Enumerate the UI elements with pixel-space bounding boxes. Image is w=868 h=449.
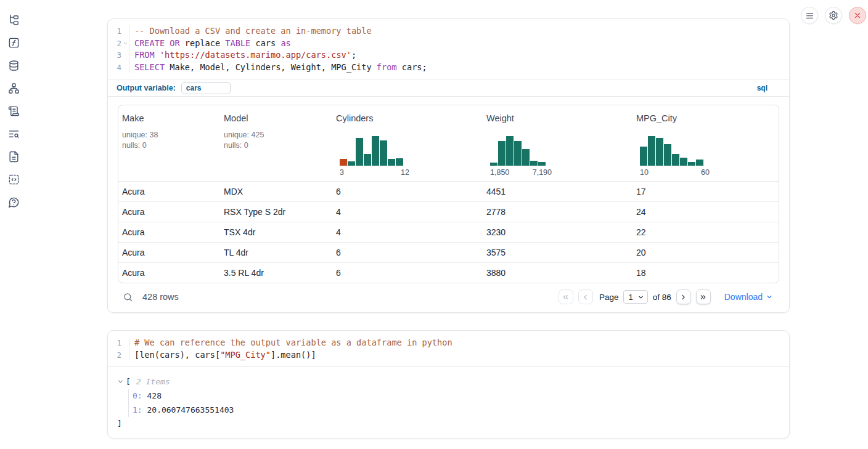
dependency-graph-icon[interactable] — [8, 83, 20, 94]
column-header-make[interactable]: Makeunique: 38nulls: 0 — [118, 113, 220, 181]
open-bracket: [ — [126, 375, 131, 388]
histogram-bar[interactable] — [514, 141, 522, 166]
close-bracket: ] — [117, 417, 789, 430]
helper-panel-sidebar — [0, 0, 27, 449]
next-page-button[interactable] — [676, 289, 691, 304]
histogram-bar[interactable] — [530, 161, 538, 166]
table-body: AcuraMDX6445117AcuraRSX Type S 2dr427782… — [118, 181, 779, 283]
gutter-spacer — [121, 337, 129, 349]
notebook-actions — [801, 7, 866, 24]
histogram-bar[interactable] — [648, 136, 655, 166]
chevron-down-icon — [766, 293, 773, 301]
column-header-mpg_city[interactable]: MPG_City1060 — [633, 113, 779, 181]
logs-icon[interactable] — [8, 128, 20, 140]
code-text: SELECT Make, Model, Cylinders, Weight, M… — [129, 62, 427, 74]
column-name: Weight — [486, 113, 630, 124]
page-select[interactable]: 1 — [623, 290, 647, 304]
data-table: Makeunique: 38nulls: 0Modelunique: 425nu… — [118, 105, 779, 283]
histogram-bar[interactable] — [696, 160, 703, 166]
table-cell: Acura — [118, 187, 220, 196]
column-histogram: 1,8507,190 — [490, 136, 630, 177]
code-text: FROM 'https://datasets.marimo.app/cars.c… — [129, 49, 356, 62]
table-row: AcuraTSX 4dr4323022 — [118, 222, 779, 242]
shutdown-button[interactable] — [849, 7, 866, 24]
search-icon[interactable] — [123, 292, 133, 302]
output-variable-bar: Output variable: sql — [108, 79, 789, 97]
histogram-bar[interactable] — [364, 154, 371, 166]
table-cell: 4 — [332, 207, 483, 217]
table-cell: Acura — [118, 248, 220, 257]
table-cell: 3575 — [483, 248, 633, 257]
code-line[interactable]: 1# We can reference the output variable … — [108, 337, 789, 349]
first-page-button[interactable] — [559, 289, 573, 304]
gutter-spacer — [121, 49, 129, 62]
column-stats: unique: 38nulls: 0 — [122, 130, 218, 150]
items-count-label: 2 Items — [136, 375, 170, 388]
table-cell: 2778 — [483, 207, 633, 217]
previous-page-button[interactable] — [578, 289, 593, 304]
last-page-button[interactable] — [696, 289, 711, 304]
page-total-label: of 86 — [653, 293, 671, 302]
histogram-bar[interactable] — [656, 138, 663, 166]
scratchpad-icon[interactable] — [8, 105, 20, 117]
menu-button[interactable] — [801, 7, 818, 24]
code-line[interactable]: 1-- Download a CSV and create an in-memo… — [108, 25, 789, 38]
histogram-bar[interactable] — [340, 159, 347, 166]
column-header-weight[interactable]: Weight1,8507,190 — [483, 113, 633, 181]
histogram-bar[interactable] — [348, 161, 355, 166]
gutter-spacer — [121, 62, 129, 74]
table-cell: TL 4dr — [220, 248, 332, 257]
python-code-editor[interactable]: 1# We can reference the output variable … — [108, 331, 789, 367]
fold-chevron-icon[interactable] — [121, 38, 129, 50]
histogram-bar[interactable] — [664, 144, 671, 166]
code-line[interactable]: 4SELECT Make, Model, Cylinders, Weight, … — [108, 62, 789, 74]
pagination: Page 1 of 86 — [559, 289, 773, 304]
table-cell: 18 — [633, 268, 779, 278]
histogram-bar[interactable] — [688, 162, 695, 166]
table-cell: Acura — [118, 227, 220, 237]
column-header-model[interactable]: Modelunique: 425nulls: 0 — [220, 113, 332, 181]
table-cell: TSX 4dr — [220, 227, 332, 237]
histogram-bar[interactable] — [372, 136, 379, 166]
variables-icon[interactable] — [8, 37, 20, 49]
help-icon[interactable] — [8, 196, 20, 208]
code-line[interactable]: 2[len(cars), cars["MPG_City"].mean()] — [108, 349, 789, 362]
histogram-bar[interactable] — [498, 141, 506, 166]
table-cell: 24 — [633, 207, 779, 217]
column-header-cylinders[interactable]: Cylinders312 — [332, 113, 483, 181]
download-button[interactable]: Download — [724, 292, 773, 302]
settings-button[interactable] — [825, 7, 842, 24]
code-line[interactable]: 3FROM 'https://datasets.marimo.app/cars.… — [108, 49, 789, 62]
table-cell: MDX — [220, 187, 332, 196]
histogram-bar[interactable] — [522, 149, 530, 166]
sql-cell: 1-- Download a CSV and create an in-memo… — [107, 18, 790, 313]
histogram-bar[interactable] — [640, 147, 647, 166]
column-name: Make — [122, 113, 218, 124]
close-icon — [853, 11, 862, 20]
file-explorer-icon[interactable] — [8, 14, 20, 26]
collapse-chevron-icon[interactable] — [117, 378, 124, 385]
code-text: [len(cars), cars["MPG_City"].mean()] — [129, 349, 316, 362]
output-variable-input[interactable] — [181, 82, 231, 94]
table-row: AcuraMDX6445117 — [118, 181, 779, 201]
histogram-bar[interactable] — [672, 154, 679, 166]
sql-code-editor[interactable]: 1-- Download a CSV and create an in-memo… — [108, 19, 789, 79]
histogram-bar[interactable] — [538, 162, 546, 166]
page-select-value: 1 — [628, 293, 633, 302]
table-cell: 3230 — [483, 227, 633, 237]
histogram-bar[interactable] — [490, 163, 497, 166]
line-number: 1 — [108, 25, 121, 38]
snippets-icon[interactable] — [8, 174, 20, 185]
documentation-icon[interactable] — [8, 151, 20, 163]
code-line[interactable]: 2CREATE OR replace TABLE cars as — [108, 38, 789, 50]
table-cell: RSX Type S 2dr — [220, 207, 332, 217]
histogram-bar[interactable] — [388, 159, 395, 166]
histogram-bar[interactable] — [396, 158, 403, 166]
histogram-bar[interactable] — [380, 140, 387, 166]
code-text: -- Download a CSV and create an in-memor… — [129, 25, 372, 38]
table-cell: 3.5 RL 4dr — [220, 268, 332, 278]
data-sources-icon[interactable] — [8, 60, 20, 71]
histogram-bar[interactable] — [506, 136, 514, 166]
histogram-bar[interactable] — [356, 138, 363, 166]
histogram-bar[interactable] — [680, 158, 687, 166]
